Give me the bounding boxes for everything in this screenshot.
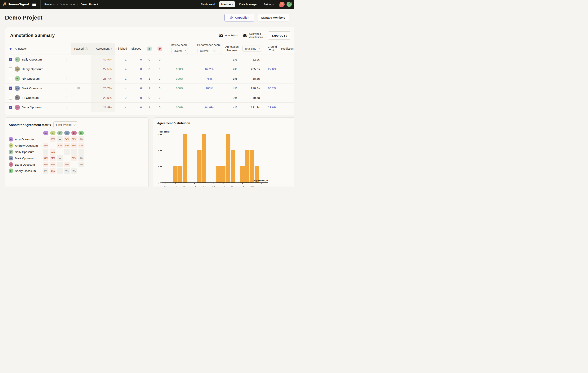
- hamburger-menu-icon[interactable]: [32, 3, 36, 6]
- submitted-count: 86: [243, 33, 248, 38]
- annotation-progress-value: 4%: [224, 67, 240, 71]
- ground-truth-value: 27.6%: [264, 67, 280, 71]
- annotator-name: Nik Opossum: [22, 77, 40, 80]
- row-checkbox[interactable]: ✓: [9, 106, 12, 109]
- col-header-skipped: Skipped: [128, 47, 144, 50]
- thumbs-down-column-icon: [158, 46, 162, 51]
- finished-value: 4: [115, 106, 128, 109]
- row-menu-button[interactable]: [64, 58, 68, 61]
- annotator-name: Mark Opossum: [22, 86, 42, 90]
- annotator-avatar: HE: [15, 66, 20, 72]
- paused-help-icon[interactable]: ?: [85, 47, 88, 50]
- row-checkbox[interactable]: [9, 77, 12, 80]
- help-icon[interactable]: ?: [279, 2, 285, 7]
- filter-by-label-dropdown[interactable]: Filter by label: [53, 121, 78, 128]
- unpublish-button[interactable]: Unpublish: [224, 14, 254, 21]
- manage-members-button[interactable]: Manage Members: [257, 14, 289, 21]
- row-menu-button[interactable]: [64, 77, 68, 80]
- col-header-performance-score: Performance score: Overall: [196, 43, 223, 54]
- breadcrumb-projects[interactable]: Projects: [44, 3, 55, 6]
- matrix-row: ANAmy Opossum63%—64%52%0%: [9, 136, 148, 142]
- annotation-progress-value: 1%: [224, 77, 240, 80]
- annotator-avatar: DA: [15, 105, 20, 110]
- review-score-dropdown[interactable]: Overall: [171, 48, 188, 54]
- annotators-stat: 63 Annotators: [219, 33, 238, 38]
- agreement-value: 25.7%: [91, 74, 115, 83]
- matrix-cell: 63%: [43, 143, 48, 149]
- matrix-cell: —: [57, 162, 63, 167]
- svg-text:1: 1: [158, 165, 159, 168]
- svg-text:0.0: 0.0: [164, 185, 167, 187]
- review-score-value: 100%: [165, 86, 194, 90]
- thumbs-up-count: 3: [144, 67, 155, 71]
- agreement-value: 25.7%: [91, 84, 115, 93]
- skipped-value: 0: [128, 106, 144, 109]
- annotator-avatar: SA: [15, 57, 20, 62]
- nav-link-settings[interactable]: Settings: [262, 1, 276, 7]
- brand[interactable]: HumanSignal: [0, 2, 32, 6]
- matrix-row-name: Daria Opossum: [15, 163, 35, 166]
- table-row: NINik Opossum25.7%1010100%75%1%38.8s: [5, 74, 294, 83]
- annotators-count: 63: [219, 33, 224, 38]
- manage-members-label: Manage Members: [261, 16, 285, 19]
- matrix-row-avatar: AN: [9, 137, 13, 141]
- ground-truth-value: 86.2%: [264, 86, 280, 90]
- svg-text:0.7: 0.7: [231, 185, 234, 187]
- matrix-cell: 55%: [71, 143, 77, 149]
- select-all-checkbox[interactable]: [9, 47, 12, 50]
- annotation-progress-value: 4%: [224, 106, 240, 109]
- svg-text:0.8: 0.8: [241, 185, 244, 187]
- matrix-title: Annotator Agreement Matrix: [9, 123, 51, 127]
- matrix-cell: [43, 136, 48, 142]
- matrix-row-avatar: DA: [9, 162, 13, 167]
- thumbs-down-count: 0: [155, 106, 165, 109]
- col-header-agreement[interactable]: Agreement↑: [91, 43, 115, 54]
- matrix-cell: [50, 143, 55, 149]
- matrix-cell: 0%: [78, 162, 84, 167]
- performance-score-value: 62.2%: [194, 67, 224, 71]
- thumbs-up-count: 0: [144, 58, 155, 61]
- nav-link-dashboard[interactable]: Dashboard: [199, 1, 217, 7]
- table-body: ✓SASally Opossum40.9%10001%12.6sHEHenry …: [5, 54, 294, 112]
- annotators-table: Annotator Paused? Agreement↑ Finished Sk…: [5, 43, 294, 112]
- row-menu-button[interactable]: [64, 106, 68, 109]
- nav-link-members[interactable]: Members: [219, 1, 235, 7]
- performance-score-dropdown[interactable]: Overall: [198, 48, 221, 54]
- submitted-label: SubmittedAnnotations: [249, 32, 263, 39]
- row-menu-button[interactable]: [64, 68, 68, 71]
- annotator-name: Henry Opossum: [22, 67, 43, 71]
- thumbs-up-count: 1: [144, 106, 155, 109]
- col-header-ground-truth: GroundTruth: [264, 45, 280, 52]
- row-menu-button[interactable]: [64, 87, 68, 90]
- svg-text:2: 2: [158, 149, 159, 152]
- row-menu-button[interactable]: [64, 96, 68, 99]
- user-avatar[interactable]: LS: [286, 2, 292, 7]
- total-time-dropdown[interactable]: Total time: [242, 46, 262, 52]
- matrix-cell: 52%: [71, 136, 77, 142]
- ground-truth-value: 29.8%: [264, 106, 280, 109]
- matrix-grid: ANANSAMADASH ANAmy Opossum63%—64%52%0%AN…: [5, 130, 148, 174]
- paused-toggle[interactable]: [77, 86, 77, 90]
- row-checkbox[interactable]: [9, 96, 12, 100]
- thumbs-down-count: 0: [155, 86, 165, 90]
- row-checkbox[interactable]: ✓: [9, 86, 12, 90]
- power-icon: [230, 16, 233, 19]
- agreement-value: 21.4%: [91, 103, 115, 112]
- svg-text:0.6: 0.6: [222, 185, 225, 187]
- nav-link-data-manager[interactable]: Data Manager: [237, 1, 260, 7]
- breadcrumb-workspace[interactable]: Workspace: [61, 3, 75, 6]
- thumbs-down-count: 0: [155, 67, 165, 71]
- matrix-row-name: Mark Opossum: [15, 157, 34, 160]
- export-csv-button[interactable]: Export CSV: [268, 32, 291, 40]
- row-checkbox[interactable]: [9, 67, 12, 71]
- svg-text:0.5: 0.5: [212, 185, 215, 187]
- total-time-value: 210.3s: [240, 86, 264, 90]
- page-title: Demo Project: [5, 14, 42, 21]
- row-checkbox[interactable]: ✓: [9, 58, 12, 61]
- matrix-row-name: Amy Opossum: [15, 138, 34, 141]
- top-navbar: HumanSignal Projects / Workspace / Demo …: [0, 0, 294, 9]
- finished-value: 1: [115, 58, 128, 61]
- col-header-annotation-progress: AnnotationProgress: [224, 45, 240, 52]
- thumbs-up-column-icon: [147, 46, 152, 51]
- matrix-cell: 63%: [50, 136, 55, 142]
